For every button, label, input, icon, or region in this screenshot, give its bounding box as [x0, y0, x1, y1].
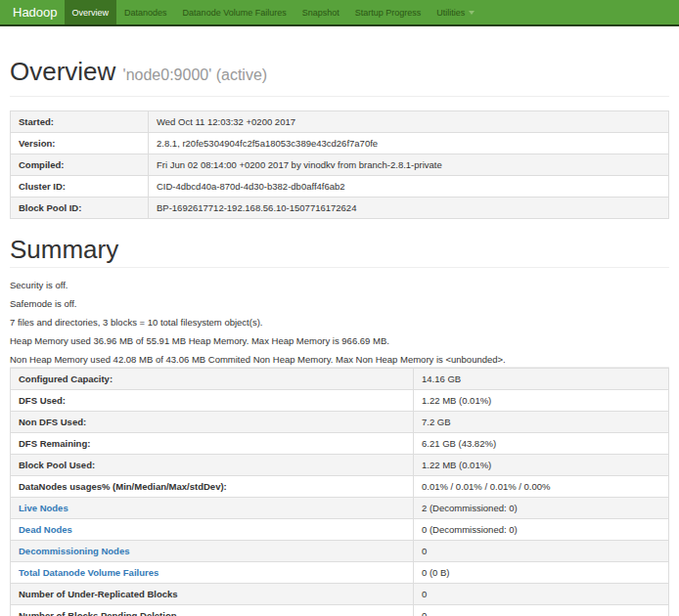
nav-item-snapshot[interactable]: Snapshot: [294, 0, 347, 24]
row-label: Number of Under-Replicated Blocks: [11, 584, 414, 605]
row-value: 14.16 GB: [414, 369, 669, 390]
overview-table: Started:Wed Oct 11 12:03:32 +0200 2017Ve…: [10, 110, 669, 219]
row-label: Total Datanode Volume Failures: [11, 562, 414, 584]
table-row: DataNodes usages% (Min/Median/Max/stdDev…: [11, 476, 669, 498]
summary-line: Security is off.: [10, 279, 669, 292]
divider: [10, 96, 669, 97]
nav-item-datanode-volume-failures[interactable]: Datanode Volume Failures: [175, 0, 294, 24]
summary-paragraphs: Security is off.Safemode is off.7 files …: [10, 279, 669, 367]
table-row: Decommissioning Nodes0: [11, 541, 669, 562]
row-value: Wed Oct 11 12:03:32 +0200 2017: [149, 111, 669, 133]
row-label: DFS Used:: [11, 390, 414, 412]
table-row: Block Pool Used:1.22 MB (0.01%): [11, 455, 669, 476]
page-content: Overview 'node0:9000' (active) Started:W…: [0, 58, 679, 616]
link-decommissioning-nodes[interactable]: Decommissioning Nodes: [19, 546, 130, 556]
table-row: Number of Blocks Pending Deletion0: [11, 605, 669, 616]
summary-title-text: Summary: [10, 235, 118, 264]
nav-menu: OverviewDatanodesDatanode Volume Failure…: [65, 0, 483, 24]
nav-item-label: Utilities: [436, 8, 465, 18]
row-label: DataNodes usages% (Min/Median/Max/stdDev…: [11, 476, 414, 498]
row-label: Number of Blocks Pending Deletion: [11, 605, 414, 616]
row-value: 0 (Decommissioned: 0): [414, 519, 669, 541]
row-label: Block Pool ID:: [11, 198, 149, 219]
row-value: 0: [414, 584, 669, 605]
row-label: DFS Remaining:: [11, 433, 414, 455]
brand-hadoop[interactable]: Hadoop: [0, 0, 65, 24]
summary-table: Configured Capacity:14.16 GBDFS Used:1.2…: [10, 368, 669, 616]
table-row: Started:Wed Oct 11 12:03:32 +0200 2017: [11, 111, 669, 133]
table-row: Number of Under-Replicated Blocks0: [11, 584, 669, 605]
row-label: Started:: [11, 111, 149, 133]
table-row: Configured Capacity:14.16 GB: [11, 369, 669, 390]
table-row: DFS Remaining:6.21 GB (43.82%): [11, 433, 669, 455]
table-row: Live Nodes2 (Decommissioned: 0): [11, 498, 669, 519]
row-value: 2 (Decommissioned: 0): [414, 498, 669, 519]
summary-line: 7 files and directories, 3 blocks = 10 t…: [10, 316, 669, 330]
row-label: Configured Capacity:: [11, 369, 414, 390]
row-label: Version:: [11, 133, 149, 154]
nav-item-label: Overview: [72, 8, 110, 18]
row-value: Fri Jun 02 08:14:00 +0200 2017 by vinodk…: [149, 154, 669, 176]
row-label: Block Pool Used:: [11, 455, 414, 476]
row-value: CID-4dbcd40a-870d-4d30-b382-db0aff4f6ab2: [149, 176, 669, 198]
summary-title: Summary: [10, 236, 669, 263]
row-value: 1.22 MB (0.01%): [414, 455, 669, 476]
table-row: DFS Used:1.22 MB (0.01%): [11, 390, 669, 412]
table-row: Block Pool ID:BP-1692617712-192.168.56.1…: [11, 198, 669, 219]
nav-item-label: Snapshot: [302, 8, 340, 18]
row-value: 0.01% / 0.01% / 0.01% / 0.00%: [414, 476, 669, 498]
row-label: Dead Nodes: [11, 519, 414, 541]
nav-item-datanodes[interactable]: Datanodes: [116, 0, 175, 24]
table-row: Non DFS Used:7.2 GB: [11, 412, 669, 433]
row-value: 7.2 GB: [414, 412, 669, 433]
table-row: Dead Nodes0 (Decommissioned: 0): [11, 519, 669, 541]
overview-title: Overview 'node0:9000' (active): [10, 58, 669, 89]
table-row: Cluster ID:CID-4dbcd40a-870d-4d30-b382-d…: [11, 176, 669, 198]
navbar: Hadoop OverviewDatanodesDatanode Volume …: [0, 0, 679, 26]
row-value: BP-1692617712-192.168.56.10-150771617262…: [149, 198, 669, 219]
link-live-nodes[interactable]: Live Nodes: [19, 503, 68, 513]
nav-item-overview[interactable]: Overview: [65, 0, 117, 24]
summary-line: Heap Memory used 36.96 MB of 55.91 MB He…: [10, 334, 669, 348]
chevron-down-icon: [469, 11, 475, 15]
row-label: Compiled:: [11, 154, 149, 176]
summary-line: Safemode is off.: [10, 297, 669, 311]
row-value: 0: [414, 605, 669, 616]
summary-line: Non Heap Memory used 42.08 MB of 43.06 M…: [10, 353, 669, 367]
nav-item-utilities[interactable]: Utilities: [429, 0, 482, 24]
divider: [10, 267, 669, 268]
nav-item-label: Startup Progress: [355, 8, 422, 18]
row-value: 0 (0 B): [414, 562, 669, 584]
row-value: 0: [414, 541, 669, 562]
table-row: Compiled:Fri Jun 02 08:14:00 +0200 2017 …: [11, 154, 669, 176]
nav-item-label: Datanode Volume Failures: [183, 8, 287, 18]
nav-item-label: Datanodes: [124, 8, 167, 18]
overview-title-text: Overview: [10, 57, 115, 86]
row-value: 1.22 MB (0.01%): [414, 390, 669, 412]
row-label: Live Nodes: [11, 498, 414, 519]
row-label: Decommissioning Nodes: [11, 541, 414, 562]
nav-item-startup-progress[interactable]: Startup Progress: [347, 0, 430, 24]
row-label: Cluster ID:: [11, 176, 149, 198]
row-value: 2.8.1, r20fe5304904fc2f5a18053c389e43cd2…: [149, 133, 669, 154]
link-dead-nodes[interactable]: Dead Nodes: [19, 524, 72, 535]
overview-subtitle: 'node0:9000' (active): [123, 66, 268, 83]
row-label: Non DFS Used:: [11, 412, 414, 433]
link-total-datanode-volume-failures[interactable]: Total Datanode Volume Failures: [19, 567, 158, 578]
table-row: Total Datanode Volume Failures0 (0 B): [11, 562, 669, 584]
row-value: 6.21 GB (43.82%): [414, 433, 669, 455]
table-row: Version:2.8.1, r20fe5304904fc2f5a18053c3…: [11, 133, 669, 154]
